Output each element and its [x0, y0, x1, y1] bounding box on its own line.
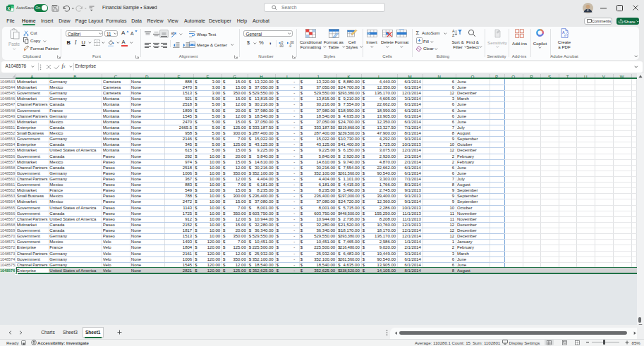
svg-text:ab: ab [171, 31, 176, 35]
svg-text:X: X [7, 6, 10, 10]
svg-text:.0: .0 [288, 44, 291, 48]
svg-text:Z: Z [452, 33, 455, 37]
svg-text:A: A [562, 30, 565, 35]
svg-text:.00: .00 [279, 44, 284, 48]
